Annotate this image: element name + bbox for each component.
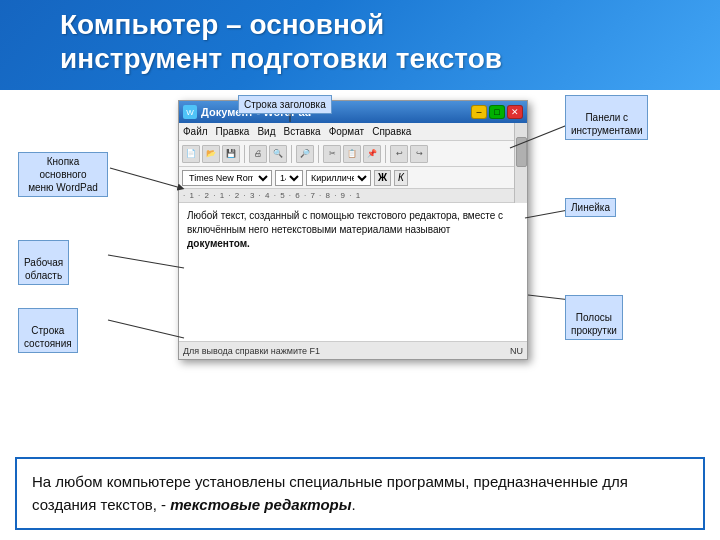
minimize-button[interactable]: – [471,105,487,119]
toolbar-separator-1 [244,145,245,163]
font-select[interactable]: Times New Roman [182,170,272,186]
copy-icon[interactable]: 📋 [343,145,361,163]
size-select[interactable]: 14 [275,170,303,186]
bold-button[interactable]: Ж [374,170,391,186]
toolbar-separator-2 [291,145,292,163]
format-bar: Times New Roman 14 Кириллический Ж К [179,167,527,189]
bottom-text-bold-italic: текстовые редакторы [170,496,351,513]
svg-line-5 [108,320,184,338]
title-bar-controls: – □ ✕ [471,105,523,119]
annotation-ruler: Линейка [565,198,616,217]
ruler: · 1 · 2 · 1 · 2 · 3 · 4 · 5 · 6 · 7 · 8 … [179,189,527,203]
doc-text: Любой текст, созданный с помощью текстов… [187,209,519,251]
italic-button[interactable]: К [394,170,408,186]
toolbar-separator-4 [385,145,386,163]
wordpad-icon: W [183,105,197,119]
print-preview-icon[interactable]: 🔍 [269,145,287,163]
save-icon[interactable]: 💾 [222,145,240,163]
redo-icon[interactable]: ↪ [410,145,428,163]
find-icon[interactable]: 🔎 [296,145,314,163]
close-button[interactable]: ✕ [507,105,523,119]
annotation-menu-button: Кнопка основного меню WordPad [18,152,108,197]
undo-icon[interactable]: ↩ [390,145,408,163]
svg-line-4 [108,255,184,268]
menu-insert[interactable]: Вставка [283,126,320,137]
title-bar: W Документ - WordPad – □ ✕ [179,101,527,123]
annotation-toolbars: Панели с инструментами [565,95,648,140]
bottom-text-box: На любом компьютере установлены специаль… [15,457,705,530]
bottom-text-end: . [352,496,356,513]
document-area[interactable]: Любой текст, созданный с помощью текстов… [179,203,527,341]
maximize-button[interactable]: □ [489,105,505,119]
header-title: Компьютер – основной инструмент подготов… [60,8,502,75]
menu-file[interactable]: Файл [183,126,208,137]
menu-edit[interactable]: Правка [216,126,250,137]
annotation-work-area: Рабочая область [18,240,69,285]
annotation-scrollbars: Полосы прокрутки [565,295,623,340]
menu-view[interactable]: Вид [257,126,275,137]
status-bar: Для вывода справки нажмите F1 NU [179,341,527,359]
annotation-status-bar: Строка состояния [18,308,78,353]
print-icon[interactable]: 🖨 [249,145,267,163]
menu-help[interactable]: Справка [372,126,411,137]
svg-line-0 [110,168,181,188]
menu-format[interactable]: Формат [329,126,365,137]
cut-icon[interactable]: ✂ [323,145,341,163]
toolbar: 📄 📂 💾 🖨 🔍 🔎 ✂ 📋 📌 ↩ ↪ [179,141,527,167]
status-mode: NU [510,346,523,356]
toolbar-separator-3 [318,145,319,163]
menu-bar: Файл Правка Вид Вставка Формат Справка [179,123,527,141]
encoding-select[interactable]: Кириллический [306,170,371,186]
wordpad-window: W Документ - WordPad – □ ✕ Файл Правка В… [178,100,528,360]
doc-bold-text: документом. [187,238,250,249]
scrollbar-thumb[interactable] [516,137,527,167]
annotation-title-bar: Строка заголовка [238,95,332,114]
status-help-text: Для вывода справки нажмите F1 [183,346,320,356]
new-icon[interactable]: 📄 [182,145,200,163]
open-icon[interactable]: 📂 [202,145,220,163]
paste-icon[interactable]: 📌 [363,145,381,163]
